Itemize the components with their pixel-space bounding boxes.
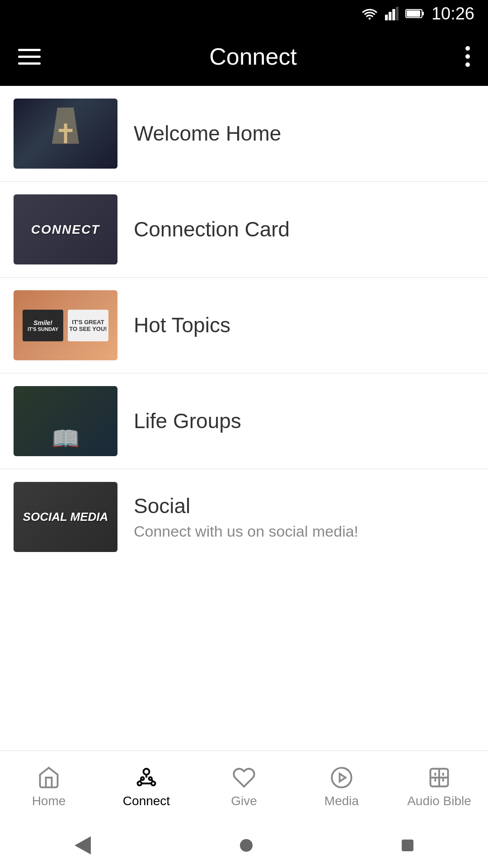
wifi-icon <box>361 7 378 20</box>
give-icon <box>232 766 256 789</box>
smile-sign: Smile! IT'S SUNDAY <box>23 310 63 341</box>
item-thumbnail-welcome-home <box>14 99 117 169</box>
home-icon <box>37 766 61 789</box>
svg-point-10 <box>141 777 144 780</box>
sunday-text: IT'S SUNDAY <box>28 326 58 332</box>
back-button[interactable] <box>75 836 91 854</box>
svg-point-8 <box>138 781 142 785</box>
svg-rect-0 <box>385 15 388 21</box>
item-title: Connection Card <box>134 217 474 242</box>
item-title: Welcome Home <box>134 121 474 146</box>
item-title: Hot Topics <box>134 313 474 338</box>
item-subtitle: Connect with us on social media! <box>134 523 474 540</box>
list-item[interactable]: CONNECT Connection Card <box>0 182 488 278</box>
nav-label-give: Give <box>231 794 257 808</box>
svg-rect-5 <box>422 12 424 15</box>
status-time: 10:26 <box>432 4 474 24</box>
svg-point-12 <box>332 768 351 787</box>
item-text-life-groups: Life Groups <box>117 409 474 434</box>
app-bar: Connect <box>0 27 488 86</box>
item-title: Social <box>134 494 474 519</box>
content-list: Welcome Home CONNECT Connection Card Smi… <box>0 86 488 750</box>
great-text: IT'S GREAT TO SEE YOU! <box>68 319 108 332</box>
status-bar: 10:26 <box>0 0 488 27</box>
item-text-hot-topics: Hot Topics <box>117 313 474 338</box>
svg-point-7 <box>144 769 150 774</box>
item-thumbnail-life-groups <box>14 386 117 456</box>
social-media-label: SOCIAL MEDIA <box>23 510 108 524</box>
svg-rect-6 <box>407 10 420 17</box>
great-sign: IT'S GREAT TO SEE YOU! <box>68 310 108 341</box>
svg-marker-13 <box>340 774 346 781</box>
svg-point-11 <box>149 777 152 780</box>
item-thumbnail-hot-topics: Smile! IT'S SUNDAY IT'S GREAT TO SEE YOU… <box>14 290 117 360</box>
menu-icon[interactable] <box>18 49 41 65</box>
svg-rect-1 <box>389 12 391 20</box>
recents-button[interactable] <box>402 840 413 851</box>
nav-label-media: Media <box>324 794 359 808</box>
connect-icon <box>135 766 158 789</box>
home-button[interactable] <box>240 839 253 852</box>
item-text-connection-card: Connection Card <box>117 217 474 242</box>
item-title: Life Groups <box>134 409 474 434</box>
list-item[interactable]: Smile! IT'S SUNDAY IT'S GREAT TO SEE YOU… <box>0 278 488 373</box>
item-text-social: Social Connect with us on social media! <box>117 494 474 540</box>
page-title: Connect <box>209 43 297 70</box>
item-text-welcome-home: Welcome Home <box>117 121 474 146</box>
media-icon <box>330 766 353 789</box>
nav-item-media[interactable]: Media <box>293 766 390 808</box>
smile-text: Smile! <box>33 319 52 326</box>
audio-bible-icon <box>427 766 451 789</box>
bottom-nav: Home Connect Give Media <box>0 750 488 823</box>
nav-label-audio-bible: Audio Bible <box>407 794 471 808</box>
item-thumbnail-social: SOCIAL MEDIA <box>14 482 117 552</box>
nav-item-audio-bible[interactable]: Audio Bible <box>390 766 488 808</box>
signal-icon <box>385 7 399 20</box>
status-icons <box>361 7 424 20</box>
svg-point-9 <box>151 781 155 785</box>
battery-icon <box>405 8 424 19</box>
nav-item-home[interactable]: Home <box>0 766 98 808</box>
svg-rect-2 <box>392 9 395 20</box>
list-item[interactable]: Life Groups <box>0 373 488 469</box>
list-item[interactable]: SOCIAL MEDIA Social Connect with us on s… <box>0 469 488 565</box>
nav-label-home: Home <box>32 794 66 808</box>
svg-rect-3 <box>396 7 399 20</box>
nav-item-connect[interactable]: Connect <box>98 766 195 808</box>
list-item[interactable]: Welcome Home <box>0 86 488 182</box>
connect-label: CONNECT <box>31 222 100 237</box>
item-thumbnail-connection-card: CONNECT <box>14 194 117 264</box>
nav-label-connect: Connect <box>123 794 170 808</box>
nav-item-give[interactable]: Give <box>195 766 293 808</box>
system-nav <box>0 823 488 868</box>
more-options-icon[interactable] <box>465 46 470 67</box>
